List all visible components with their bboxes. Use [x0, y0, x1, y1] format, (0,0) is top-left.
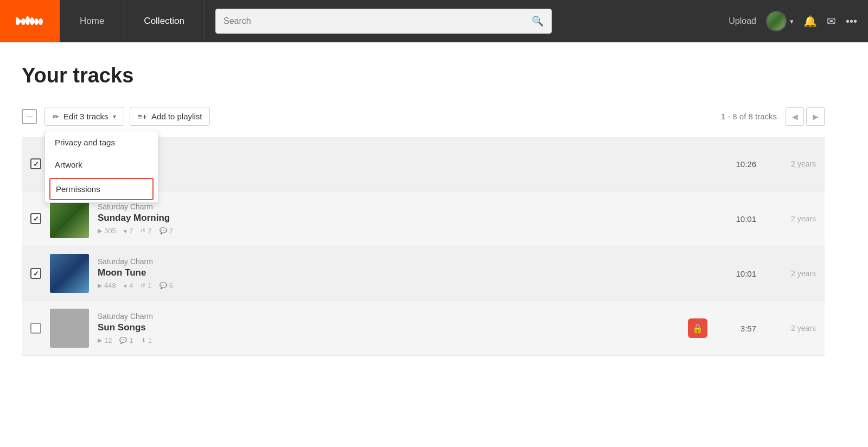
next-page-button[interactable]: ▶ [806, 107, 825, 126]
track-checkbox[interactable] [30, 268, 41, 279]
search-bar: 🔍 [215, 9, 552, 34]
dropdown-item-artwork[interactable]: Artwork [45, 154, 158, 176]
track-stats: ▶ 305 ♥ 2 ↺ 2 💬 2 [98, 227, 688, 235]
track-name[interactable]: Bells [98, 158, 688, 169]
stat-item: ▶ 12 [98, 336, 112, 344]
stat-item: ▶ 305 [98, 227, 116, 235]
track-artist: Saturday Charm [98, 312, 688, 321]
tracks-count: 1 - 8 of 8 tracks [721, 112, 777, 121]
track-checkbox[interactable] [30, 158, 41, 169]
pagination-buttons: ◀ ▶ [786, 107, 825, 126]
track-age: 2 years [773, 159, 816, 168]
logo[interactable] [0, 0, 60, 42]
edit-tracks-dropdown-container: ✏ Edit 3 tracks ▾ Privacy and tags Artwo… [44, 107, 124, 126]
stat-value: 4 [129, 282, 133, 290]
track-stats: ▶ 448 ♥ 4 ↺ 1 💬 6 [98, 282, 688, 290]
track-age: 2 years [773, 324, 816, 333]
caret-down-icon: ▾ [113, 113, 116, 120]
svg-point-2 [30, 17, 34, 25]
stat-value: 2 [148, 227, 151, 235]
track-thumbnail [50, 309, 89, 348]
track-age: 2 years [773, 214, 816, 223]
track-name[interactable]: Moon Tune [98, 267, 688, 278]
track-thumbnail [50, 254, 89, 293]
stat-icon: 💬 [159, 227, 167, 234]
search-area: 🔍 [205, 9, 729, 34]
stat-item: ♥ 4 [124, 282, 133, 290]
stat-icon: 💬 [159, 282, 167, 289]
track-duration: 10:26 [724, 159, 756, 169]
stat-icon: ▶ [98, 282, 102, 289]
track-duration: 10:01 [724, 214, 756, 224]
track-info: Saturday Charm Sunday Morning ▶ 305 ♥ 2 … [98, 202, 688, 235]
search-icon: 🔍 [532, 15, 544, 27]
prev-page-button[interactable]: ◀ [786, 107, 804, 126]
track-checkbox[interactable] [30, 323, 41, 334]
chevron-down-icon: ▾ [790, 17, 794, 25]
track-checkbox[interactable] [30, 213, 41, 224]
more-options-icon[interactable]: ••• [846, 15, 857, 28]
main-header: Home Collection 🔍 Upload ▾ 🔔 ✉ ••• [0, 0, 868, 42]
stat-item: 💬 1 [119, 336, 133, 344]
mail-icon[interactable]: ✉ [827, 15, 836, 28]
edit-tracks-label: Edit 3 tracks [63, 112, 108, 121]
svg-point-0 [21, 18, 25, 25]
track-stats: ▶ 12 💬 1 ⬇ 1 [98, 336, 688, 344]
svg-point-4 [39, 18, 43, 25]
stat-icon: ♥ [124, 283, 127, 289]
select-all-button[interactable]: — [22, 109, 37, 124]
soundcloud-logo [16, 11, 44, 31]
stat-value: 305 [104, 227, 116, 235]
edit-tracks-dropdown: Privacy and tags Artwork Permissions [44, 131, 158, 203]
stat-item: ⬇ 1 [141, 336, 152, 344]
dropdown-item-privacy-tags[interactable]: Privacy and tags [45, 131, 158, 154]
stat-value: 1 [148, 336, 152, 344]
avatar-dropdown[interactable]: ▾ [766, 11, 794, 31]
track-row: Saturday Charm Moon Tune ▶ 448 ♥ 4 ↺ 1 💬… [22, 246, 825, 301]
upload-button[interactable]: Upload [729, 16, 756, 26]
stat-item: ♥ 2 [124, 227, 133, 235]
track-thumbnail [50, 199, 89, 238]
lock-badge: 🔒 [688, 318, 707, 338]
track-name[interactable]: Sun Songs [98, 322, 688, 333]
add-playlist-icon: ≡+ [138, 112, 148, 121]
stat-item: ↺ 2 [141, 227, 151, 235]
stat-icon: ♥ [124, 228, 127, 234]
notifications-icon[interactable]: 🔔 [803, 15, 817, 28]
add-to-playlist-label: Add to playlist [151, 112, 202, 121]
track-artist: Saturday Charm [98, 148, 688, 156]
pencil-icon: ✏ [53, 112, 59, 121]
add-to-playlist-button[interactable]: ≡+ Add to playlist [130, 107, 210, 126]
track-info: Saturday Charm Bells ▶ ↺ 1 💬 5 [98, 148, 688, 180]
track-artist: Saturday Charm [98, 202, 688, 211]
search-input[interactable] [224, 16, 528, 26]
stat-item: 💬 6 [159, 282, 173, 290]
track-info: Saturday Charm Sun Songs ▶ 12 💬 1 ⬇ 1 [98, 312, 688, 344]
track-duration: 3:57 [724, 324, 756, 333]
track-name[interactable]: Sunday Morning [98, 213, 688, 224]
track-info: Saturday Charm Moon Tune ▶ 448 ♥ 4 ↺ 1 💬… [98, 257, 688, 290]
page-content: Your tracks — ✏ Edit 3 tracks ▾ Privacy … [0, 42, 846, 356]
stat-value: 1 [148, 282, 151, 290]
track-stats: ▶ ↺ 1 💬 5 [98, 172, 688, 180]
stat-icon: ▶ [98, 337, 102, 344]
stat-item: 💬 2 [159, 227, 173, 235]
stat-icon: ⬇ [141, 337, 146, 344]
nav-collection[interactable]: Collection [124, 0, 205, 42]
stat-value: 2 [169, 227, 173, 235]
stat-item: ↺ 1 [141, 282, 151, 290]
stat-value: 12 [104, 336, 112, 344]
stat-icon: 💬 [119, 337, 127, 344]
dropdown-item-permissions[interactable]: Permissions [49, 178, 154, 200]
track-artist: Saturday Charm [98, 257, 688, 266]
stat-icon: ↺ [141, 282, 145, 289]
edit-tracks-button[interactable]: ✏ Edit 3 tracks ▾ [44, 107, 124, 126]
stat-icon: ↺ [141, 227, 145, 234]
track-age: 2 years [773, 269, 816, 278]
nav-home[interactable]: Home [60, 0, 124, 42]
avatar [766, 11, 787, 31]
stat-value: 2 [129, 227, 133, 235]
page-title: Your tracks [22, 64, 825, 87]
stat-item: ▶ 448 [98, 282, 116, 290]
svg-point-3 [34, 18, 39, 25]
